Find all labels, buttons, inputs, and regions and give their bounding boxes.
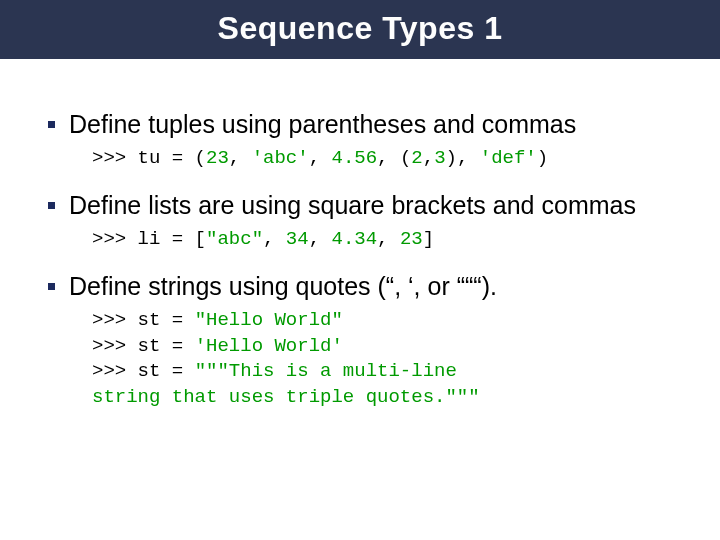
code-block: >>> tu = (23, 'abc', 4.56, (2,3), 'def') bbox=[92, 146, 680, 172]
bullet-item: Define strings using quotes (“, ‘, or ““… bbox=[48, 271, 680, 302]
bullet-icon bbox=[48, 121, 55, 128]
bullet-text: Define strings using quotes (“, ‘, or ““… bbox=[69, 271, 497, 302]
bullet-text: Define lists are using square brackets a… bbox=[69, 190, 636, 221]
bullet-item: Define tuples using parentheses and comm… bbox=[48, 109, 680, 140]
slide-content: Define tuples using parentheses and comm… bbox=[0, 109, 720, 411]
bullet-text: Define tuples using parentheses and comm… bbox=[69, 109, 576, 140]
bullet-item: Define lists are using square brackets a… bbox=[48, 190, 680, 221]
code-block: >>> st = "Hello World" >>> st = 'Hello W… bbox=[92, 308, 680, 411]
bullet-icon bbox=[48, 202, 55, 209]
bullet-icon bbox=[48, 283, 55, 290]
title-bar: Sequence Types 1 bbox=[0, 0, 720, 59]
code-block: >>> li = ["abc", 34, 4.34, 23] bbox=[92, 227, 680, 253]
slide-title: Sequence Types 1 bbox=[0, 10, 720, 47]
